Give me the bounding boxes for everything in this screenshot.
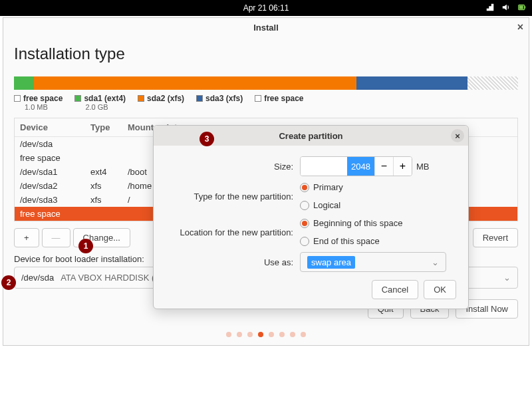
- svg-rect-2: [519, 5, 523, 9]
- create-partition-dialog: Create partition × Size: 2048 − + MB Typ…: [153, 125, 469, 309]
- use-as-select[interactable]: swap area ⌄: [300, 252, 446, 272]
- size-label: Size:: [160, 162, 300, 172]
- add-button[interactable]: +: [14, 228, 39, 247]
- close-icon[interactable]: ×: [517, 21, 523, 33]
- revert-button[interactable]: Revert: [473, 228, 518, 247]
- radio-primary[interactable]: Primary: [300, 182, 343, 192]
- window-titlebar: Install ×: [3, 18, 529, 37]
- chevron-down-icon: ⌄: [432, 257, 439, 267]
- radio-beginning[interactable]: Beginning of this space: [300, 218, 402, 228]
- partition-legend: free space1.0 MB sda1 (ext4)2.0 GB sda2 …: [14, 94, 518, 111]
- decrement-button[interactable]: −: [374, 157, 393, 176]
- close-icon[interactable]: ×: [451, 129, 464, 142]
- menubar: Apr 21 06:11: [0, 0, 532, 16]
- volume-icon[interactable]: [501, 3, 511, 14]
- size-unit: MB: [416, 162, 430, 172]
- annotation-badge: 2: [1, 275, 16, 290]
- increment-button[interactable]: +: [393, 157, 412, 176]
- remove-button[interactable]: —: [42, 228, 70, 247]
- page-title: Installation type: [14, 45, 518, 63]
- size-input[interactable]: [301, 157, 347, 176]
- window-title: Install: [253, 23, 279, 33]
- svg-rect-1: [525, 6, 526, 9]
- annotation-badge: 3: [200, 132, 214, 146]
- ok-button[interactable]: OK: [424, 280, 456, 299]
- partition-diagram: [14, 76, 518, 90]
- clock: Apr 21 06:11: [243, 3, 289, 13]
- progress-dots: [14, 332, 518, 337]
- radio-end[interactable]: End of this space: [300, 236, 380, 246]
- chevron-down-icon: ⌄: [503, 273, 511, 283]
- radio-logical[interactable]: Logical: [300, 200, 340, 210]
- cancel-button[interactable]: Cancel: [372, 280, 418, 299]
- network-icon[interactable]: [485, 3, 495, 14]
- battery-icon[interactable]: [517, 3, 527, 14]
- system-tray: [485, 3, 527, 14]
- size-spinner[interactable]: 2048 − +: [300, 156, 412, 176]
- annotation-badge: 1: [78, 239, 93, 253]
